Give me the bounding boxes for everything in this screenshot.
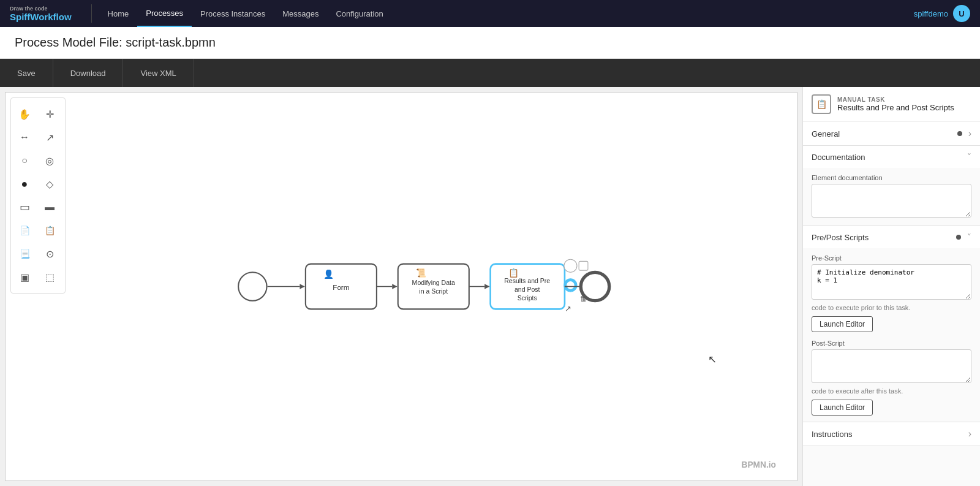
pre-script-launch-editor[interactable]: Launch Editor bbox=[812, 316, 873, 332]
nav-processes[interactable]: Processes bbox=[137, 0, 192, 27]
navbar: Draw the code SpiffWorkflow Home Process… bbox=[0, 0, 980, 27]
bpmn-watermark: BPMN.io bbox=[742, 460, 776, 469]
brand-tagline: Draw the code bbox=[10, 6, 72, 12]
general-dot bbox=[957, 131, 962, 136]
task-modifying bbox=[398, 264, 469, 309]
accordion-instructions: Instructions bbox=[803, 422, 980, 446]
canvas-area[interactable]: ✋ ✛ ↔ ↗ ○ ◎ ● ◇ ▭ ▬ 📄 📋 📃 ⊙ ▣ ⬚ 👤 bbox=[5, 92, 797, 481]
pre-script-hint: code to execute prior to this task. bbox=[812, 304, 971, 311]
end-event bbox=[581, 272, 609, 300]
panel-title-area: MANUAL TASK Results and Pre and Post Scr… bbox=[837, 96, 954, 112]
svg-text:in a Script: in a Script bbox=[419, 287, 448, 295]
svg-text:Scripts: Scripts bbox=[518, 294, 537, 302]
post-script-launch-editor[interactable]: Launch Editor bbox=[812, 400, 873, 416]
general-acc-right bbox=[957, 128, 971, 139]
accordion-prepost-header[interactable]: Pre/Post Scripts bbox=[803, 226, 980, 248]
prepost-dot bbox=[956, 235, 961, 240]
svg-text:↗: ↗ bbox=[565, 305, 571, 313]
svg-text:📜: 📜 bbox=[416, 268, 427, 278]
download-button[interactable]: Download bbox=[53, 59, 124, 87]
post-script-label: Post-Script bbox=[812, 340, 971, 347]
task-icon-glyph: 📋 bbox=[816, 99, 827, 109]
svg-marker-1 bbox=[300, 284, 304, 289]
bpmn-diagram[interactable]: 👤 Form 📜 Modifying Data in a Script 📋 Re… bbox=[6, 93, 797, 480]
nav-process-instances[interactable]: Process Instances bbox=[192, 0, 274, 27]
prepost-chevron bbox=[967, 232, 971, 242]
accordion-instructions-header[interactable]: Instructions bbox=[803, 422, 980, 446]
accordion-documentation-header[interactable]: Documentation bbox=[803, 146, 980, 168]
user-avatar[interactable]: U bbox=[953, 5, 970, 22]
svg-rect-16 bbox=[579, 261, 588, 270]
documentation-label: Documentation bbox=[812, 153, 865, 162]
general-label: General bbox=[812, 129, 840, 139]
svg-text:and Post: and Post bbox=[514, 286, 540, 293]
element-doc-label: Element documentation bbox=[812, 174, 971, 181]
main-content: ✋ ✛ ↔ ↗ ○ ◎ ● ◇ ▭ ▬ 📄 📋 📃 ⊙ ▣ ⬚ 👤 bbox=[0, 87, 980, 486]
panel-task-type: MANUAL TASK bbox=[837, 96, 954, 103]
prepost-label: Pre/Post Scripts bbox=[812, 233, 869, 242]
svg-text:Form: Form bbox=[333, 283, 349, 291]
general-chevron bbox=[968, 128, 971, 139]
toolbar: Save Download View XML bbox=[0, 59, 980, 87]
svg-text:👤: 👤 bbox=[323, 269, 334, 279]
svg-text:↖: ↖ bbox=[708, 354, 717, 365]
accordion-documentation: Documentation Element documentation bbox=[803, 146, 980, 226]
brand-name: SpiffWorkflow bbox=[10, 12, 72, 22]
view-xml-button[interactable]: View XML bbox=[123, 59, 194, 87]
svg-text:📋: 📋 bbox=[508, 268, 519, 278]
panel-header: 📋 MANUAL TASK Results and Pre and Post S… bbox=[803, 87, 980, 122]
svg-marker-5 bbox=[392, 284, 397, 289]
nav-home[interactable]: Home bbox=[99, 0, 138, 27]
navbar-right: spiffdemo U bbox=[914, 5, 970, 22]
user-name: spiffdemo bbox=[914, 9, 948, 18]
page-title: Process Model File: script-task.bpmn bbox=[0, 27, 980, 59]
accordion-documentation-content: Element documentation bbox=[803, 168, 980, 226]
svg-point-15 bbox=[564, 259, 577, 272]
start-event bbox=[238, 272, 266, 300]
post-script-textarea[interactable] bbox=[812, 349, 971, 383]
nav-configuration[interactable]: Configuration bbox=[327, 0, 391, 27]
svg-text:Results and Pre: Results and Pre bbox=[504, 277, 550, 284]
nav-messages[interactable]: Messages bbox=[274, 0, 327, 27]
instructions-label: Instructions bbox=[812, 430, 852, 439]
element-doc-textarea[interactable] bbox=[812, 184, 971, 218]
svg-text:Modifying Data: Modifying Data bbox=[412, 279, 455, 286]
prepost-acc-right bbox=[956, 232, 971, 242]
pre-script-textarea[interactable]: # Initialize denominator k = 1 bbox=[812, 264, 971, 300]
documentation-chevron bbox=[967, 152, 971, 162]
panel-task-name: Results and Pre and Post Scripts bbox=[837, 103, 954, 112]
accordion-general-header[interactable]: General bbox=[803, 122, 980, 145]
right-panel: 📋 MANUAL TASK Results and Pre and Post S… bbox=[802, 87, 980, 486]
accordion-general: General bbox=[803, 122, 980, 146]
save-button[interactable]: Save bbox=[0, 59, 53, 87]
brand-logo[interactable]: Draw the code SpiffWorkflow bbox=[10, 6, 72, 22]
post-script-hint: code to execute after this task. bbox=[812, 387, 971, 395]
panel-task-icon: 📋 bbox=[812, 94, 831, 114]
instructions-chevron bbox=[968, 428, 971, 439]
svg-point-18 bbox=[567, 281, 575, 289]
svg-marker-10 bbox=[484, 284, 489, 289]
accordion-prepost: Pre/Post Scripts Pre-Script # Initialize… bbox=[803, 226, 980, 422]
accordion-prepost-content: Pre-Script # Initialize denominator k = … bbox=[803, 248, 980, 422]
pre-script-label: Pre-Script bbox=[812, 254, 971, 262]
nav-divider bbox=[91, 4, 92, 23]
